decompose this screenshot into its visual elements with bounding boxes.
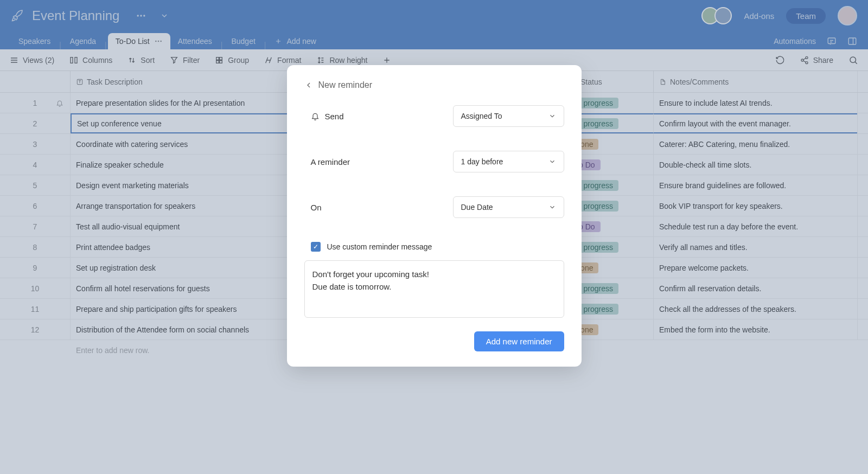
select-value: Due Date	[461, 203, 493, 212]
form-row-send: Send Assigned To	[304, 105, 564, 127]
label-text: Send	[325, 112, 344, 121]
form-row-on: On Due Date	[304, 196, 564, 218]
chevron-down-icon	[548, 158, 556, 165]
send-label: Send	[304, 112, 344, 121]
add-reminder-button[interactable]: Add new reminder	[474, 331, 564, 351]
chevron-down-icon	[548, 203, 556, 211]
modal-title: New reminder	[318, 80, 373, 90]
reminder-label: A reminder	[304, 157, 350, 166]
custom-message-checkbox-row[interactable]: ✓ Use custom reminder message	[304, 242, 564, 252]
select-value: Assigned To	[461, 112, 502, 120]
reminder-message-input[interactable]	[304, 260, 564, 318]
modal-overlay[interactable]: New reminder Send Assigned To A reminder…	[0, 0, 868, 474]
label-text: A reminder	[311, 157, 350, 166]
checkbox-label: Use custom reminder message	[327, 242, 432, 251]
send-select[interactable]: Assigned To	[453, 105, 564, 127]
chevron-down-icon	[548, 112, 556, 120]
reminder-select[interactable]: 1 day before	[453, 151, 564, 172]
modal-footer: Add new reminder	[304, 331, 564, 351]
bell-icon	[311, 112, 320, 120]
select-value: 1 day before	[461, 157, 503, 166]
form-row-reminder: A reminder 1 day before	[304, 151, 564, 172]
back-arrow-icon[interactable]	[304, 81, 313, 89]
on-label: On	[304, 203, 322, 212]
label-text: On	[311, 203, 322, 212]
modal-header: New reminder	[304, 80, 564, 90]
reminder-modal: New reminder Send Assigned To A reminder…	[287, 65, 582, 367]
on-select[interactable]: Due Date	[453, 196, 564, 218]
checkbox-icon: ✓	[311, 242, 321, 252]
